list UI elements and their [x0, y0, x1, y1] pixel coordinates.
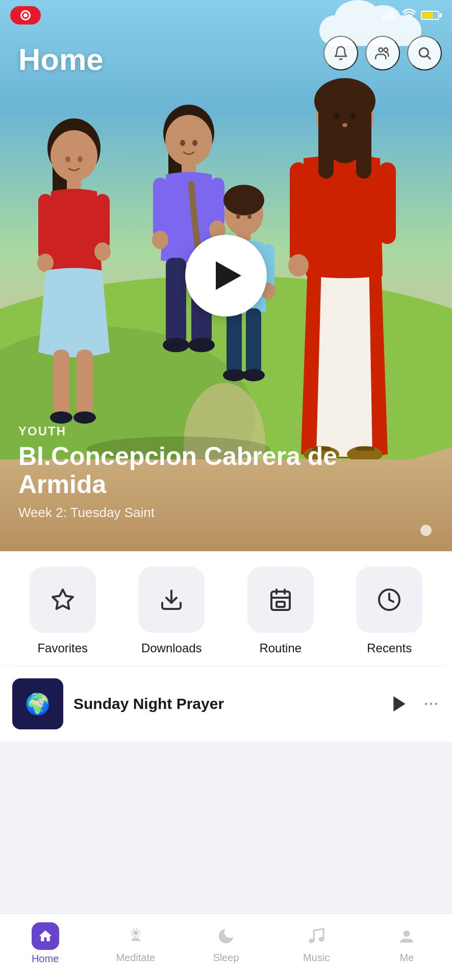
svg-rect-47 — [246, 308, 261, 375]
music-icon — [307, 926, 326, 946]
svg-point-31 — [152, 231, 168, 249]
svg-point-62 — [342, 123, 347, 127]
meditate-icon — [126, 926, 145, 946]
notifications-button[interactable] — [323, 36, 358, 70]
prayer-actions — [387, 691, 440, 717]
prayer-play-button[interactable] — [387, 691, 412, 717]
svg-rect-15 — [38, 194, 53, 260]
svg-point-77 — [430, 703, 432, 705]
meditate-icon-box — [123, 923, 148, 949]
svg-point-38 — [223, 185, 264, 215]
svg-point-13 — [78, 156, 83, 162]
search-button[interactable] — [407, 36, 442, 70]
svg-rect-20 — [77, 350, 93, 416]
play-button[interactable] — [185, 235, 267, 316]
svg-point-11 — [51, 130, 97, 181]
nav-item-home[interactable]: Home — [0, 922, 90, 965]
record-dot — [20, 10, 31, 20]
nav-spacer — [0, 742, 452, 808]
home-nav-label: Home — [32, 953, 59, 965]
svg-point-26 — [180, 140, 185, 146]
quick-item-favorites[interactable]: Favorites — [12, 567, 113, 655]
svg-point-39 — [236, 214, 240, 219]
hero-subtitle: Week 2: Tuesday Saint — [18, 505, 411, 521]
download-icon — [159, 587, 184, 612]
prayer-row: 🌍 Sunday Night Prayer — [0, 666, 452, 742]
svg-point-25 — [165, 115, 212, 166]
pagination-indicator — [420, 525, 432, 536]
hero-title: Bl.Concepcion Cabrera de Armida — [18, 443, 411, 499]
downloads-label: Downloads — [141, 641, 202, 655]
sleep-icon — [216, 926, 236, 946]
svg-rect-73 — [277, 602, 285, 607]
svg-point-18 — [94, 242, 111, 261]
music-icon-box — [304, 923, 329, 949]
status-left — [10, 6, 41, 24]
record-pill — [10, 6, 41, 24]
more-options-icon — [422, 695, 440, 713]
quick-item-routine[interactable]: Routine — [230, 567, 331, 655]
status-right — [383, 9, 442, 22]
svg-rect-52 — [379, 162, 396, 244]
quick-item-downloads[interactable]: Downloads — [121, 567, 222, 655]
me-nav-label: Me — [400, 952, 414, 964]
svg-point-40 — [247, 214, 252, 219]
nav-item-music[interactable]: Music — [271, 923, 362, 964]
svg-point-17 — [37, 254, 54, 272]
music-nav-label: Music — [303, 952, 330, 964]
quick-item-recents[interactable]: Recents — [339, 567, 440, 655]
hero-category: YOUTH — [18, 424, 411, 438]
routine-label: Routine — [259, 641, 302, 655]
clock-icon — [377, 587, 401, 612]
svg-point-82 — [319, 937, 324, 942]
svg-rect-46 — [227, 308, 242, 375]
home-icon — [38, 928, 53, 944]
meditate-nav-label: Meditate — [116, 952, 155, 964]
status-bar — [0, 0, 452, 31]
svg-rect-33 — [166, 258, 186, 345]
me-icon-box — [394, 923, 419, 949]
svg-point-79 — [133, 930, 138, 936]
svg-point-36 — [188, 338, 215, 352]
svg-rect-19 — [53, 350, 69, 416]
groups-button[interactable] — [365, 36, 400, 70]
prayer-play-icon — [389, 694, 410, 714]
sleep-icon-box — [213, 923, 239, 949]
calendar-icon — [268, 587, 293, 612]
hero-section: Home — [0, 0, 452, 551]
home-icon-active — [32, 922, 59, 950]
nav-item-me[interactable]: Me — [362, 923, 452, 964]
svg-point-0 — [408, 17, 410, 18]
wifi-icon — [403, 9, 416, 22]
svg-point-35 — [163, 338, 189, 352]
svg-point-2 — [384, 48, 388, 52]
favorites-label: Favorites — [37, 641, 88, 655]
svg-point-12 — [65, 156, 70, 162]
recents-icon-box — [356, 567, 422, 633]
svg-point-60 — [334, 113, 340, 120]
prayer-more-button[interactable] — [422, 695, 440, 713]
svg-point-49 — [242, 369, 265, 381]
svg-point-53 — [288, 254, 309, 277]
svg-point-81 — [309, 939, 314, 944]
prayer-info: Sunday Night Prayer — [73, 695, 376, 713]
svg-point-1 — [379, 48, 383, 52]
hero-labels: YOUTH Bl.Concepcion Cabrera de Armida We… — [18, 424, 411, 521]
downloads-icon-box — [138, 567, 205, 633]
me-icon — [397, 926, 416, 946]
svg-point-76 — [425, 703, 427, 705]
battery-indicator — [421, 11, 442, 20]
prayer-thumbnail: 🌍 — [12, 678, 63, 729]
prayer-title: Sunday Night Prayer — [73, 695, 376, 713]
svg-point-48 — [223, 369, 245, 381]
signal-bars — [383, 11, 397, 19]
header-buttons — [323, 36, 442, 70]
svg-point-83 — [404, 930, 410, 937]
svg-point-61 — [350, 113, 356, 120]
svg-point-78 — [435, 703, 437, 705]
svg-rect-51 — [290, 162, 307, 264]
star-icon — [51, 587, 75, 612]
nav-item-meditate[interactable]: Meditate — [90, 923, 181, 964]
nav-item-sleep[interactable]: Sleep — [181, 923, 271, 964]
recents-label: Recents — [367, 641, 412, 655]
